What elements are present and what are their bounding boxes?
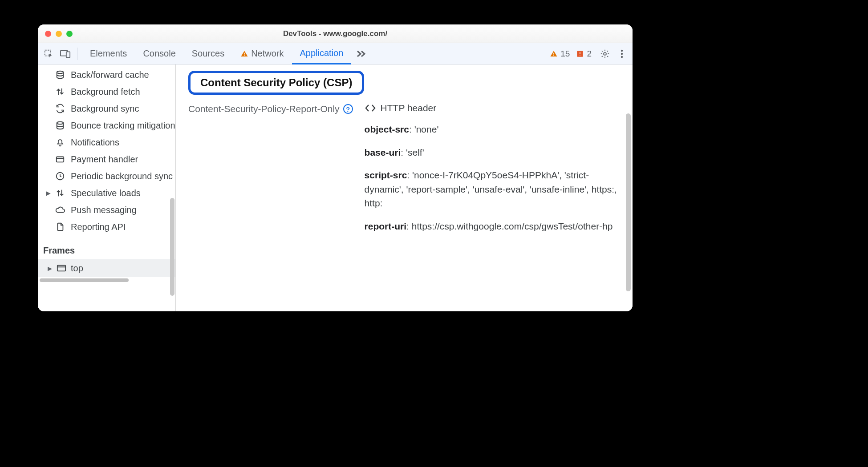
more-tabs-button[interactable] [351,43,371,64]
sidebar-item-label: Notifications [71,137,119,148]
directive-value: : 'none' [409,124,438,134]
issues-badge[interactable]: 2 [576,49,592,59]
sidebar-item-bounce-tracking[interactable]: Bounce tracking mitigation [38,117,175,134]
tab-application[interactable]: Application [292,43,352,64]
sidebar-vertical-scrollbar[interactable] [170,198,174,296]
sidebar-item-label: Payment handler [71,154,138,165]
svg-point-13 [621,56,623,57]
sidebar-item-push-messaging[interactable]: Push messaging [38,201,175,218]
warning-icon [550,50,558,58]
expand-arrow-icon: ▶ [48,265,52,272]
sidebar: Back/forward cache Background fetch Back… [38,64,176,311]
directive-name: report-uri [365,221,407,231]
directive-name: base-uri [365,147,401,157]
sidebar-item-label: Bounce tracking mitigation [71,121,175,131]
svg-rect-18 [57,266,65,271]
policy-label: Content-Security-Policy-Report-Only [188,104,340,114]
csp-directive: script-src: 'nonce-I-7rK04QpY5oeS4-HPPkh… [365,168,620,210]
panel-tabs: Elements Console Sources Network Applica… [82,43,371,64]
file-icon [55,221,65,232]
frame-label: top [71,263,83,274]
sidebar-item-payment-handler[interactable]: Payment handler [38,151,175,168]
tab-label: Console [143,48,175,59]
more-options-icon[interactable] [615,47,629,61]
tab-label: Elements [90,48,127,59]
sidebar-item-label: Push messaging [71,205,137,215]
sidebar-item-label: Background fetch [71,87,140,97]
csp-policy-name: Content-Security-Policy-Report-Only ? [188,103,353,114]
frame-item-top[interactable]: ▶ top [38,259,175,277]
updown-arrows-icon [55,86,65,97]
warnings-badge[interactable]: 15 [550,49,570,59]
csp-heading: Content Security Policy (CSP) [200,76,352,89]
csp-heading-highlight: Content Security Policy (CSP) [188,71,364,95]
sidebar-item-label: Back/forward cache [71,70,149,80]
svg-rect-9 [580,55,581,56]
warnings-count: 15 [560,49,570,59]
sidebar-item-back-forward-cache[interactable]: Back/forward cache [38,66,175,83]
sidebar-item-label: Reporting API [71,222,126,232]
sidebar-list: Back/forward cache Background fetch Back… [38,64,175,235]
sidebar-item-label: Background sync [71,104,139,114]
csp-source-label: HTTP header [381,103,437,113]
sidebar-item-background-sync[interactable]: Background sync [38,100,175,117]
clock-icon [55,171,65,181]
devtools-window: DevTools - www.google.com/ Elements Cons… [38,24,633,311]
svg-point-10 [604,52,606,55]
directive-value: : 'self' [401,147,424,157]
tabstrip: Elements Console Sources Network Applica… [38,43,633,64]
svg-point-14 [57,71,64,74]
directive-name: script-src [365,170,407,180]
svg-rect-6 [554,55,555,56]
card-icon [55,154,65,165]
tab-console[interactable]: Console [135,43,183,64]
window-icon [57,264,66,273]
csp-directive: base-uri: 'self' [365,145,620,160]
tab-elements[interactable]: Elements [82,43,135,64]
svg-rect-2 [66,52,70,57]
sidebar-item-label: Speculative loads [71,188,141,198]
directive-value: : https://csp.withgoogle.com/csp/gwsTest… [406,221,612,231]
main-panel: Content Security Policy (CSP) Content-Se… [176,64,633,311]
svg-rect-16 [57,157,64,162]
sync-icon [55,103,65,114]
svg-rect-8 [580,52,581,54]
csp-source: HTTP header [365,103,620,113]
sidebar-horizontal-scrollbar[interactable] [38,277,175,283]
directive-name: object-src [365,124,409,134]
sidebar-item-label: Periodic background sync [71,171,173,181]
svg-rect-3 [244,52,245,54]
main-vertical-scrollbar[interactable] [626,113,631,291]
svg-point-11 [621,49,623,51]
help-icon[interactable]: ? [343,104,353,114]
tab-label: Sources [192,48,224,59]
sidebar-item-background-fetch[interactable]: Background fetch [38,83,175,100]
expand-arrow-icon: ▶ [46,189,51,197]
sidebar-item-reporting-api[interactable]: Reporting API [38,218,175,235]
svg-point-12 [621,52,623,54]
bell-icon [55,137,65,148]
device-toolbar-icon[interactable] [58,47,73,61]
sidebar-item-notifications[interactable]: Notifications [38,134,175,151]
tab-label: Application [300,48,344,58]
csp-directive: report-uri: https://csp.withgoogle.com/c… [365,219,620,234]
tab-label: Network [251,48,284,59]
database-icon [55,120,65,131]
svg-rect-5 [554,52,555,54]
inspect-element-icon[interactable] [41,47,56,61]
frames-header: Frames [38,239,175,259]
database-icon [55,69,65,80]
warning-icon [240,50,248,58]
window-title: DevTools - www.google.com/ [38,29,633,38]
csp-policy-row: Content-Security-Policy-Report-Only ? HT… [188,103,620,242]
csp-policy-details: HTTP header object-src: 'none' base-uri:… [365,103,620,242]
code-brackets-icon [365,104,376,113]
svg-rect-4 [244,55,245,56]
sidebar-item-speculative-loads[interactable]: ▶ Speculative loads [38,185,175,201]
body: Back/forward cache Background fetch Back… [38,64,633,311]
sidebar-item-periodic-bg-sync[interactable]: Periodic background sync [38,168,175,185]
updown-arrows-icon [55,188,65,198]
settings-icon[interactable] [598,47,612,61]
tab-sources[interactable]: Sources [184,43,232,64]
tab-network[interactable]: Network [232,43,292,64]
